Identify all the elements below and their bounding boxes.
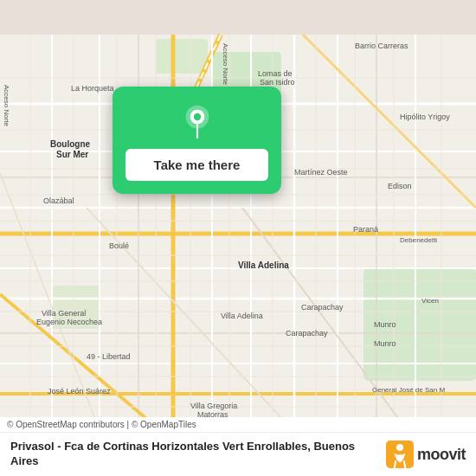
svg-text:Acceso Norte: Acceso Norte	[222, 43, 229, 86]
svg-text:Hipólito Yrigoy: Hipólito Yrigoy	[400, 113, 450, 121]
svg-text:José León Suárez: José León Suárez	[48, 387, 111, 396]
place-info: Privasol - Fca de Cortinas Horizontales …	[10, 440, 377, 469]
map-svg: Barrio Carreras La Horqueta Lomas de San…	[0, 0, 476, 476]
svg-text:Munro: Munro	[374, 320, 396, 329]
svg-point-87	[193, 113, 200, 120]
svg-text:Vicen: Vicen	[421, 297, 439, 305]
svg-text:Carapachay: Carapachay	[286, 329, 328, 338]
svg-text:Carapachay: Carapachay	[301, 303, 344, 312]
svg-text:Boulogne: Boulogne	[50, 139, 91, 149]
svg-text:Villa General: Villa General	[42, 309, 86, 318]
svg-text:Villa Gregoria: Villa Gregoria	[190, 402, 237, 410]
svg-text:General José de San M: General José de San M	[372, 386, 445, 394]
place-name: Privasol - Fca de Cortinas Horizontales …	[10, 440, 377, 469]
info-row: Privasol - Fca de Cortinas Horizontales …	[0, 433, 476, 476]
svg-text:Debenedetti: Debenedetti	[400, 236, 437, 244]
svg-text:La Horqueta: La Horqueta	[71, 84, 114, 93]
svg-text:Sur Mer: Sur Mer	[56, 150, 88, 159]
svg-point-89	[396, 444, 403, 451]
svg-text:Paraná: Paraná	[353, 225, 378, 234]
svg-text:Boulé: Boulé	[109, 241, 129, 250]
svg-text:Villa Adelina: Villa Adelina	[238, 261, 289, 270]
svg-text:Edison: Edison	[388, 182, 412, 190]
svg-text:Olazábal: Olazábal	[43, 196, 74, 205]
svg-text:San Isidro: San Isidro	[260, 78, 295, 87]
svg-text:Villa Adelina: Villa Adelina	[221, 312, 263, 320]
svg-text:Acceso Norte: Acceso Norte	[3, 85, 10, 127]
moovit-logo: moovit	[386, 441, 466, 468]
svg-text:Lomas de: Lomas de	[258, 69, 293, 78]
attribution-text: © OpenStreetMap contributors | © OpenMap…	[7, 420, 196, 429]
svg-rect-2	[156, 39, 208, 74]
attribution-row: © OpenStreetMap contributors | © OpenMap…	[0, 417, 476, 433]
svg-text:Munro: Munro	[374, 339, 396, 348]
popup-card: Take me there	[113, 87, 281, 194]
svg-text:Martínez Oeste: Martínez Oeste	[294, 168, 348, 177]
location-pin-icon	[180, 104, 215, 138]
take-me-there-button[interactable]: Take me there	[125, 149, 268, 181]
moovit-icon	[386, 441, 414, 468]
svg-text:49 - Libertad: 49 - Libertad	[87, 352, 131, 361]
svg-text:Eugenio Necochea: Eugenio Necochea	[36, 318, 102, 326]
svg-text:Barrio Carreras: Barrio Carreras	[355, 42, 408, 50]
map-container: Barrio Carreras La Horqueta Lomas de San…	[0, 0, 476, 476]
moovit-text: moovit	[417, 446, 466, 464]
bottom-bar: © OpenStreetMap contributors | © OpenMap…	[0, 417, 476, 476]
